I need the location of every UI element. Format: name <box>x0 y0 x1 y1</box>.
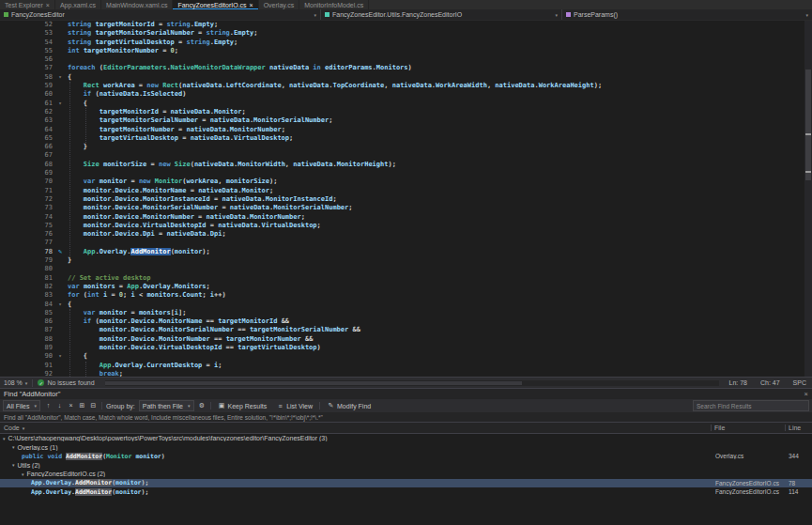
line-number[interactable]: 82 <box>0 283 53 291</box>
code-line[interactable]: 79} <box>0 256 812 265</box>
tab-test-explorer[interactable]: Test Explorer× <box>0 0 55 9</box>
member-dropdown[interactable]: ParseParams() ▾ <box>562 9 812 20</box>
line-number[interactable]: 90 <box>0 352 53 361</box>
expand-all-icon[interactable]: ⊞ <box>78 402 86 409</box>
close-icon[interactable]: × <box>46 2 50 8</box>
code-line[interactable]: 81// Set active desktop <box>0 274 812 283</box>
column-header-line[interactable]: Line <box>785 425 812 431</box>
code-line[interactable]: 77 <box>0 239 812 247</box>
search-find-results-input[interactable] <box>693 400 809 411</box>
code-line[interactable]: 82var monitors = App.Overlay.Monitors; <box>0 283 812 291</box>
type-dropdown[interactable]: FancyZonesEditor.Utils.FancyZonesEditorI… <box>321 9 562 20</box>
scrollbar-thumb[interactable] <box>105 381 523 385</box>
code-line[interactable]: 71 monitor.Device.MonitorName = nativeDa… <box>0 187 812 195</box>
code-line[interactable]: 54string targetVirtualDesktop = string.E… <box>0 39 812 47</box>
horizontal-scrollbar[interactable] <box>105 380 719 386</box>
code-line[interactable]: 70 var monitor = new Monitor(workArea, m… <box>0 178 812 186</box>
line-number[interactable]: 61 <box>0 100 53 108</box>
fold-collapse-icon[interactable]: ▾ <box>53 100 68 108</box>
code-line[interactable]: 64 targetMonitorNumber = nativeData.Moni… <box>0 126 812 134</box>
line-number[interactable]: 53 <box>0 29 53 38</box>
chevron-down-icon[interactable]: ▾ <box>3 436 6 441</box>
close-icon[interactable]: × <box>804 390 808 398</box>
code-line[interactable]: 85 var monitor = monitors[i]; <box>0 309 812 317</box>
result-group-row[interactable]: ▾Utils (2) <box>0 461 812 471</box>
code-line[interactable]: 89 monitor.Device.VirtualDesktopId == ta… <box>0 344 812 352</box>
code-line[interactable]: 56 <box>0 55 812 64</box>
code-line[interactable]: 55int targetMonitorNumber = 0; <box>0 47 812 55</box>
line-number[interactable]: 58 <box>0 73 53 82</box>
line-number[interactable]: 81 <box>0 274 53 283</box>
line-number[interactable]: 86 <box>0 317 53 326</box>
chevron-down-icon[interactable]: ▾ <box>22 471 24 477</box>
chevron-down-icon[interactable]: ▾ <box>12 444 15 450</box>
indentation-indicator[interactable]: SPC <box>793 379 806 386</box>
code-line[interactable]: 80 <box>0 265 812 273</box>
code-line[interactable]: 90▾ { <box>0 352 812 361</box>
code-line[interactable]: 75 monitor.Device.VirtualDesktopId = nat… <box>0 222 812 230</box>
column-indicator[interactable]: Ch: 47 <box>760 379 780 386</box>
project-dropdown[interactable]: FancyZonesEditor ▾ <box>0 9 321 20</box>
code-line[interactable]: 62 targetMonitorId = nativeData.Monitor; <box>0 108 812 116</box>
code-line[interactable]: 91 App.Overlay.CurrentDesktop = i; <box>0 362 812 370</box>
code-line[interactable]: 66 } <box>0 143 812 151</box>
code-line[interactable]: 76 monitor.Device.Dpi = nativeData.Dpi; <box>0 230 812 239</box>
code-line[interactable]: 72 monitor.Device.MonitorInstanceId = na… <box>0 195 812 204</box>
stop-find-icon[interactable]: × <box>67 402 75 409</box>
line-number[interactable]: 89 <box>0 344 53 352</box>
modify-find-button[interactable]: ✎ Modify Find <box>324 401 374 410</box>
line-number[interactable]: 62 <box>0 108 53 116</box>
settings-gear-icon[interactable]: ⚙ <box>198 402 207 409</box>
code-line[interactable]: 69 <box>0 169 812 178</box>
code-line[interactable]: 68 Size monitorSize = new Size(nativeDat… <box>0 161 812 169</box>
close-icon[interactable]: × <box>250 2 253 8</box>
code-line[interactable]: 88 monitor.Device.MonitorNumber == targe… <box>0 335 812 344</box>
result-row[interactable]: App.Overlay.AddMonitor(monitor);FancyZon… <box>0 487 812 497</box>
line-number[interactable]: 59 <box>0 82 53 90</box>
line-number[interactable]: 83 <box>0 291 53 300</box>
keep-results-button[interactable]: ▣ Keep Results <box>215 401 270 410</box>
code-line[interactable]: 78✎ App.Overlay.AddMonitor(monitor); <box>0 248 812 256</box>
line-number[interactable]: 85 <box>0 309 53 317</box>
code-editor[interactable]: 52string targetMonitorId = string.Empty;… <box>0 21 812 377</box>
code-line[interactable]: 57foreach (EditorParameters.NativeMonito… <box>0 64 812 72</box>
result-group-row[interactable]: ▾Overlay.cs (1) <box>0 443 812 453</box>
fold-collapse-icon[interactable]: ▾ <box>53 73 68 82</box>
line-number[interactable]: 56 <box>0 55 53 64</box>
result-group-row[interactable]: ▾FancyZonesEditorIO.cs (2) <box>0 470 812 479</box>
line-number[interactable]: 71 <box>0 187 53 195</box>
code-line[interactable]: 86 if (monitor.Device.MonitorName == tar… <box>0 317 812 326</box>
line-number[interactable]: 87 <box>0 326 53 334</box>
document-health-indicator[interactable]: ✓ No issues found <box>38 379 94 386</box>
line-number[interactable]: 74 <box>0 213 53 222</box>
code-line[interactable]: 73 monitor.Device.MonitorSerialNumber = … <box>0 204 812 212</box>
line-number[interactable]: 78 <box>0 248 53 256</box>
line-number[interactable]: 55 <box>0 47 53 55</box>
zoom-dropdown[interactable]: 108 % ▾ <box>4 379 27 386</box>
code-line[interactable]: 87 monitor.Device.MonitorSerialNumber ==… <box>0 326 812 334</box>
line-number[interactable]: 60 <box>0 90 53 99</box>
line-number[interactable]: 57 <box>0 64 53 72</box>
line-number[interactable]: 69 <box>0 169 53 178</box>
code-line[interactable]: 52string targetMonitorId = string.Empty; <box>0 21 812 29</box>
column-header-file[interactable]: File <box>711 425 785 431</box>
line-number[interactable]: 64 <box>0 126 53 134</box>
code-line[interactable]: 92 break; <box>0 370 812 377</box>
code-line[interactable]: 61▾ { <box>0 100 812 108</box>
line-number[interactable]: 52 <box>0 21 53 29</box>
line-number[interactable]: 80 <box>0 265 53 273</box>
scope-dropdown[interactable]: All Files ▾ <box>3 400 40 411</box>
line-number[interactable]: 91 <box>0 362 53 370</box>
code-line[interactable]: 63 targetMonitorSerialNumber = nativeDat… <box>0 116 812 125</box>
line-number[interactable]: 70 <box>0 178 53 186</box>
line-number[interactable]: 72 <box>0 195 53 204</box>
column-header-code[interactable]: Code ▾ <box>0 425 711 431</box>
chevron-down-icon[interactable]: ▾ <box>12 462 15 468</box>
code-line[interactable]: 74 monitor.Device.MonitorNumber = native… <box>0 213 812 222</box>
result-row[interactable]: App.Overlay.AddMonitor(monitor);FancyZon… <box>0 479 812 488</box>
line-number[interactable]: 65 <box>0 134 53 143</box>
line-number[interactable]: 63 <box>0 116 53 125</box>
code-line[interactable]: 59 Rect workArea = new Rect(nativeData.L… <box>0 82 812 90</box>
collapse-all-icon[interactable]: ⊟ <box>89 402 98 409</box>
line-number[interactable]: 67 <box>0 151 53 160</box>
